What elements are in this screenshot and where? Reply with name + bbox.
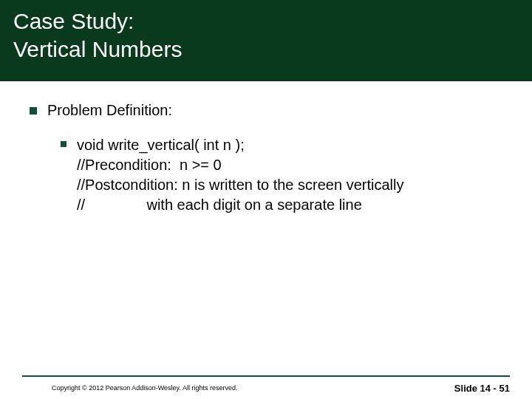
- footer: Copyright © 2012 Pearson Addison-Wesley.…: [0, 377, 532, 399]
- copyright-text: Copyright © 2012 Pearson Addison-Wesley.…: [52, 384, 237, 392]
- content-area: Problem Definition: void write_vertical(…: [0, 81, 532, 215]
- square-bullet-icon: [61, 141, 66, 147]
- bullet-level1: Problem Definition:: [30, 102, 502, 119]
- title-bar: Case Study: Vertical Numbers: [0, 0, 532, 81]
- slide-title-line2: Vertical Numbers: [13, 35, 519, 64]
- square-bullet-icon: [30, 107, 37, 115]
- bullet-level2: void write_vertical( int n ); //Precondi…: [61, 135, 502, 215]
- slide-title-line1: Case Study:: [13, 7, 519, 35]
- code-block: void write_vertical( int n ); //Precondi…: [77, 135, 403, 215]
- bullet1-text: Problem Definition:: [47, 102, 172, 119]
- slide-number: Slide 14 - 51: [454, 383, 510, 394]
